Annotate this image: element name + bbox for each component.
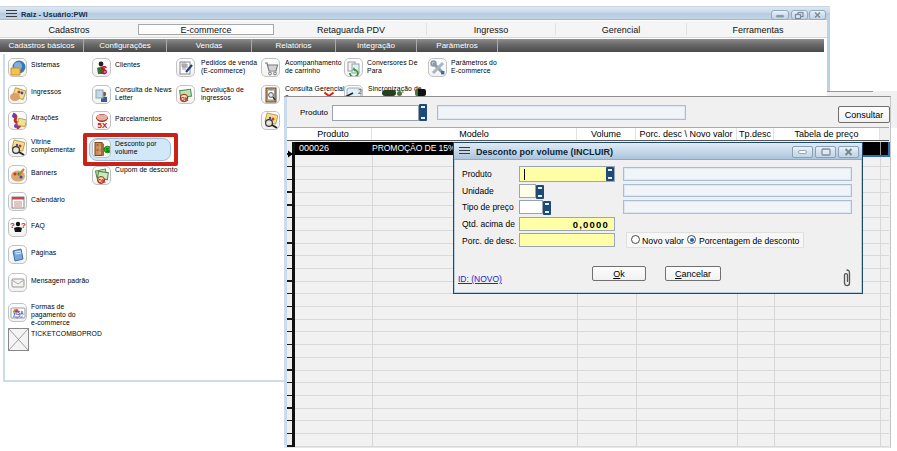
svg-text:OK: OK (98, 178, 106, 184)
svg-text:?: ? (21, 221, 26, 230)
svg-text:PayPal: PayPal (13, 315, 23, 319)
svg-text:5X: 5X (98, 121, 108, 130)
svg-text:OK: OK (181, 96, 189, 102)
svg-text:$: $ (101, 64, 107, 76)
svg-text:?: ? (10, 221, 15, 230)
